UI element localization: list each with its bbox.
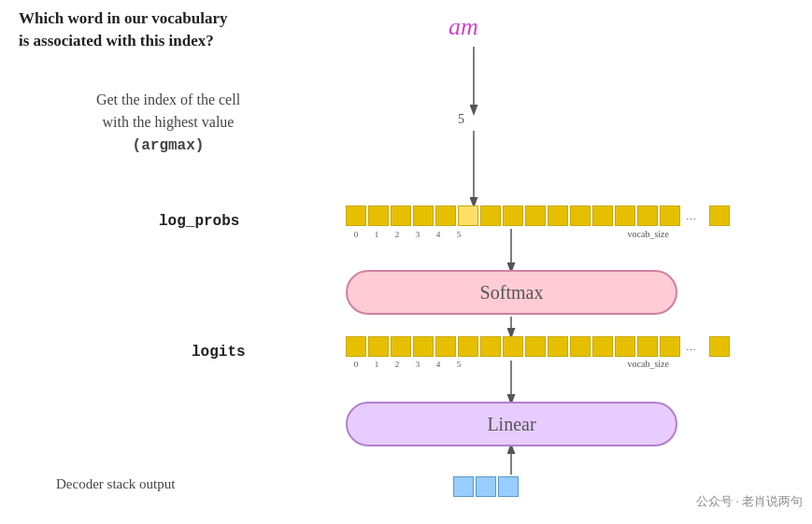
log-vocab-size-label: vocab_size: [473, 229, 669, 239]
log-probs-cell-3: [413, 205, 434, 226]
log-probs-label: log_probs: [159, 213, 239, 230]
log-probs-cell-0: [346, 205, 366, 226]
logits-cell-last: [709, 336, 730, 357]
logits-cell-7: [503, 336, 523, 357]
log-probs-cell-1: [368, 205, 389, 226]
diagram: am 5: [346, 0, 812, 524]
logits-cell-12: [615, 336, 635, 357]
softmax-label: Softmax: [480, 282, 544, 304]
log-probs-cell-last: [709, 205, 730, 226]
logits-cells: …: [346, 336, 730, 357]
logits-cell-10: [570, 336, 591, 357]
log-probs-dots: …: [686, 210, 696, 221]
logits-cell-0: [346, 336, 366, 357]
decoder-cell-1: [476, 476, 496, 497]
logits-cell-13: [637, 336, 658, 357]
log-probs-row: …: [346, 205, 730, 226]
argmax-line2: with the highest value: [103, 114, 235, 130]
argmax-description: Get the index of the cell with the highe…: [19, 89, 318, 157]
decoder-cell-2: [498, 476, 519, 497]
logits-cell-14: [660, 336, 680, 357]
left-panel: Which word in our vocabulary is associat…: [9, 0, 346, 524]
log-probs-cell-12: [615, 205, 635, 226]
logits-cell-8: [525, 336, 546, 357]
log-idx-0: 0: [346, 230, 366, 239]
logits-cell-9: [548, 336, 568, 357]
logits-idx-2: 2: [387, 360, 407, 369]
log-idx-5: 5: [449, 230, 469, 239]
logits-idx-0: 0: [346, 360, 366, 369]
logits-idx-3: 3: [407, 360, 428, 369]
five-label: 5: [458, 112, 464, 127]
logits-cell-5: [458, 336, 478, 357]
logits-idx-1: 1: [366, 360, 387, 369]
decoder-cells: [453, 476, 519, 497]
log-probs-index-row: 0 1 2 3 4 5 vocab_size: [346, 229, 669, 239]
logits-idx-5: 5: [449, 360, 469, 369]
page: Which word in our vocabulary is associat…: [0, 0, 812, 524]
logits-label: logits: [192, 344, 246, 361]
log-probs-cell-5-highlighted: [458, 205, 478, 226]
logits-idx-4: 4: [428, 360, 449, 369]
logits-cell-3: [413, 336, 434, 357]
question-text: Which word in our vocabulary is associat…: [19, 7, 228, 52]
logits-cell-2: [391, 336, 411, 357]
softmax-box: Softmax: [346, 270, 677, 315]
watermark: 公众号 · 老肖说两句: [696, 493, 803, 510]
log-idx-4: 4: [428, 230, 449, 239]
log-probs-cell-13: [637, 205, 658, 226]
log-idx-2: 2: [387, 230, 407, 239]
linear-label: Linear: [487, 414, 535, 435]
log-probs-cell-2: [391, 205, 411, 226]
logits-index-row: 0 1 2 3 4 5 vocab_size: [346, 359, 669, 369]
log-probs-cell-10: [570, 205, 591, 226]
log-idx-1: 1: [366, 230, 387, 239]
log-probs-cell-14: [660, 205, 680, 226]
argmax-line1: Get the index of the cell: [96, 92, 240, 107]
log-idx-3: 3: [407, 230, 428, 239]
logits-dots: …: [686, 341, 696, 352]
logits-cell-1: [368, 336, 389, 357]
log-probs-cell-11: [592, 205, 613, 226]
logits-cell-4: [435, 336, 456, 357]
logits-row: …: [346, 336, 730, 357]
am-label: am: [449, 13, 478, 41]
log-probs-cell-8: [525, 205, 546, 226]
log-probs-cell-6: [480, 205, 501, 226]
log-probs-cells: …: [346, 205, 730, 226]
log-probs-cell-4: [435, 205, 456, 226]
logits-cell-11: [592, 336, 613, 357]
argmax-keyword: (argmax): [133, 137, 205, 154]
log-probs-cell-9: [548, 205, 568, 226]
decoder-cell-0: [453, 476, 474, 497]
logits-vocab-size-label: vocab_size: [473, 359, 669, 369]
logits-cell-6: [480, 336, 501, 357]
linear-box: Linear: [346, 402, 677, 446]
log-probs-cell-7: [503, 205, 523, 226]
decoder-label: Decoder stack output: [56, 476, 175, 492]
